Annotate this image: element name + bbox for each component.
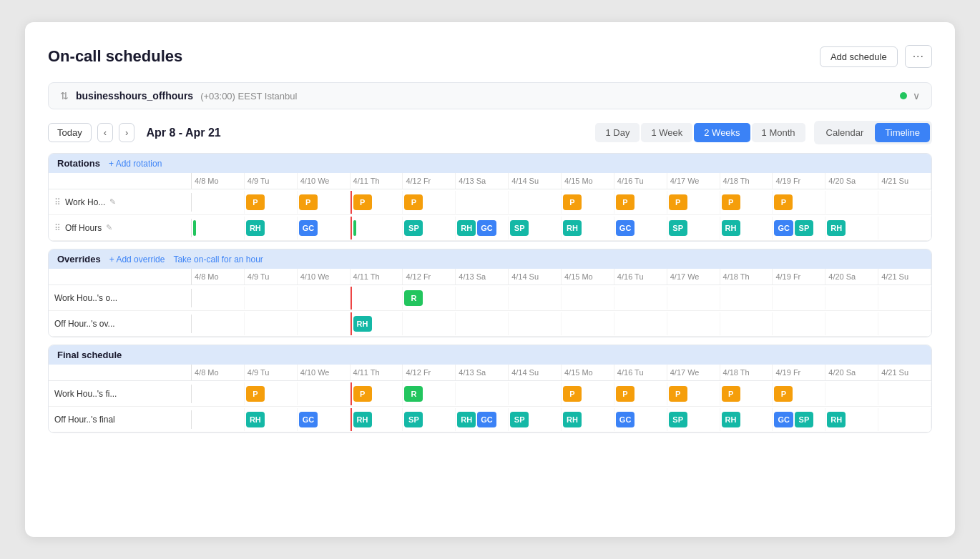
wh-pill-415: P xyxy=(563,194,582,210)
final-oh-sp417: SP xyxy=(669,412,687,427)
oh-pill-rh-420: RH xyxy=(827,220,846,236)
more-options-button[interactable]: ··· xyxy=(905,45,932,68)
final-oh-rh409: RH xyxy=(246,412,265,427)
wh-cell-418: P xyxy=(720,191,773,214)
oh-cell-409: RH xyxy=(245,217,298,239)
wh-pill-411: P xyxy=(353,194,372,210)
final-grid: 4/8 Mo 4/9 Tu 4/10 We 4/11 Th 4/12 Fr 4/… xyxy=(49,365,931,432)
rotations-section: Rotations + Add rotation 4/8 Mo 4/9 Tu 4… xyxy=(48,153,932,242)
oh-pill-sp-419: SP xyxy=(795,220,813,236)
timezone-label: (+03:00) EEST Istanbul xyxy=(200,91,297,102)
final-wh-p409: P xyxy=(246,386,265,402)
oh-cell-418: RH xyxy=(720,217,773,239)
schedule-actions: ∨ xyxy=(900,90,920,102)
add-override-button[interactable]: + Add override xyxy=(109,254,165,264)
wh-cell-417: P xyxy=(667,191,720,214)
col-410: 4/10 We xyxy=(298,173,351,189)
col-416: 4/16 Tu xyxy=(614,173,667,189)
overrides-title: Overrides xyxy=(57,254,101,264)
final-wh-p419: P xyxy=(774,386,793,402)
calendar-controls: Today ‹ › Apr 8 - Apr 21 xyxy=(48,123,227,142)
overrides-row-off: Off Hour..'s ov... RH xyxy=(49,311,931,337)
col-413: 4/13 Sa xyxy=(456,173,509,189)
wh-pill-419: P xyxy=(774,194,793,210)
final-oh-rh411: RH xyxy=(353,412,372,427)
overrides-section: Overrides + Add override Take on-call fo… xyxy=(48,249,932,337)
final-schedule-section: Final schedule 4/8 Mo 4/9 Tu 4/10 We 4/1… xyxy=(48,345,932,433)
oh-cell-420: RH xyxy=(825,217,878,239)
wh-cell-409: P xyxy=(245,191,298,214)
calendar-controls-row: Today ‹ › Apr 8 - Apr 21 1 Day 1 Week 2 … xyxy=(48,121,932,144)
oh-cell-419: GCSP xyxy=(773,217,825,239)
timeline-mode-button[interactable]: Timeline xyxy=(875,123,930,142)
wh-cell-416: P xyxy=(614,191,667,214)
oh-cell-415: RH xyxy=(562,217,614,239)
add-rotation-button[interactable]: + Add rotation xyxy=(109,159,162,169)
edit-icon[interactable]: ✎ xyxy=(109,197,116,207)
oh-line-408 xyxy=(193,220,196,236)
oh-pill-sp-417: SP xyxy=(669,220,687,236)
display-mode-group: Calendar Timeline xyxy=(814,121,932,144)
oh-pill-gc-413: GC xyxy=(477,220,496,236)
final-row-off: Off Hour..'s final RH GC RH SP RHGC SP R… xyxy=(49,407,931,432)
add-schedule-button[interactable]: Add schedule xyxy=(820,46,898,67)
wh-cell-410: P xyxy=(298,191,351,214)
work-final-label: Work Hou..'s fi... xyxy=(49,385,192,403)
active-status-dot xyxy=(900,92,907,99)
oh-pill-rh-418: RH xyxy=(722,220,740,236)
final-grid-header: 4/8 Mo 4/9 Tu 4/10 We 4/11 Th 4/12 Fr 4/… xyxy=(49,365,931,381)
view-2weeks-button[interactable]: 2 Weeks xyxy=(694,123,750,142)
final-wh-p416: P xyxy=(616,386,634,402)
final-oh-gc419: GC xyxy=(774,412,793,427)
wh-cell-413 xyxy=(456,191,509,214)
final-oh-sp412: SP xyxy=(404,412,423,427)
oh-cell-413: RHGC xyxy=(456,217,509,239)
override-r-pill: R xyxy=(404,290,423,306)
final-oh-gc413: GC xyxy=(477,412,496,427)
final-oh-rh418: RH xyxy=(722,412,740,427)
final-oh-rh415: RH xyxy=(563,412,582,427)
wh-pill-418: P xyxy=(722,194,740,210)
wh-cell-415: P xyxy=(562,191,614,214)
rotations-header: Rotations + Add rotation xyxy=(49,154,931,173)
view-1week-button[interactable]: 1 Week xyxy=(641,123,692,142)
col-409: 4/9 Tu xyxy=(245,173,298,189)
wh-pill-412: P xyxy=(404,194,423,210)
page-header: On-call schedules Add schedule ··· xyxy=(48,45,932,68)
view-1day-button[interactable]: 1 Day xyxy=(595,123,640,142)
header-actions: Add schedule ··· xyxy=(820,45,932,68)
oh-cell-410: GC xyxy=(298,217,351,239)
expand-chevron-icon[interactable]: ∨ xyxy=(913,90,920,102)
oh-cell-417: SP xyxy=(667,217,720,239)
oh-cell-414: SP xyxy=(509,217,562,239)
nav-next-button[interactable]: › xyxy=(119,123,134,142)
wh-cell-412: P xyxy=(403,191,456,214)
col-412: 4/12 Fr xyxy=(403,173,456,189)
rotations-grid: 4/8 Mo 4/9 Tu 4/10 We 4/11 Th 4/12 Fr 4/… xyxy=(49,173,931,241)
final-wh-p418: P xyxy=(722,386,740,402)
today-button[interactable]: Today xyxy=(48,123,92,142)
rotations-grid-header: 4/8 Mo 4/9 Tu 4/10 We 4/11 Th 4/12 Fr 4/… xyxy=(49,173,931,189)
final-oh-gc416: GC xyxy=(616,412,635,427)
calendar-mode-button[interactable]: Calendar xyxy=(816,123,874,142)
view-1month-button[interactable]: 1 Month xyxy=(752,123,805,142)
schedule-header-bar: ⇅ businesshours_offhours (+03:00) EEST I… xyxy=(48,82,932,109)
nav-prev-button[interactable]: ‹ xyxy=(97,123,113,142)
offhours-label: ⠿ Off Hours ✎ xyxy=(49,219,192,237)
wh-cell-414 xyxy=(509,191,562,214)
col-414: 4/14 Su xyxy=(509,173,562,189)
oh-cell-412: SP xyxy=(403,217,456,239)
rotations-row-workhours: ⠿ Work Ho... ✎ P P P P P P P P P xyxy=(49,189,931,215)
final-oh-rh413: RH xyxy=(457,412,476,427)
rotations-title: Rotations xyxy=(57,158,100,169)
final-schedule-header: Final schedule xyxy=(49,345,931,365)
col-408: 4/8 Mo xyxy=(192,173,245,189)
col-420: 4/20 Sa xyxy=(825,173,878,189)
edit-icon-2[interactable]: ✎ xyxy=(106,223,112,232)
workhours-label: ⠿ Work Ho... ✎ xyxy=(49,193,192,212)
final-oh-gc410: GC xyxy=(299,412,318,427)
drag-icon-2: ⠿ xyxy=(54,223,61,233)
col-418: 4/18 Th xyxy=(720,173,773,189)
take-oncall-button[interactable]: Take on-call for an hour xyxy=(173,254,263,264)
final-wh-p411: P xyxy=(353,386,372,402)
